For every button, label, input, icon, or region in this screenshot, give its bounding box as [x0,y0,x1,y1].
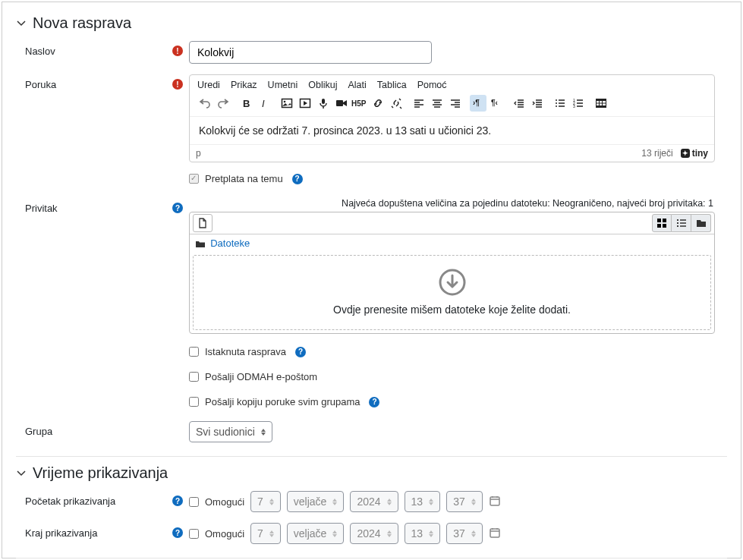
editor-bold-icon[interactable]: B [238,95,254,112]
editor-number-list-icon[interactable]: 123 [570,95,587,112]
required-icon: ! [172,46,183,56]
section-title: Nova rasprava [33,14,131,32]
pocetak-year-select[interactable]: 2024 [350,491,398,512]
required-icon: ! [172,79,183,90]
editor-menu-pomoc[interactable]: Pomoć [417,80,447,90]
editor-mic-icon[interactable] [315,95,332,112]
naslov-input[interactable] [189,41,432,64]
help-icon[interactable]: ? [172,527,183,538]
help-icon[interactable]: ? [295,347,306,357]
label-grupa: Grupa [16,421,168,437]
editor-menu-uredi[interactable]: Uredi [197,80,220,90]
filepicker-view-grid-icon[interactable] [652,214,672,232]
help-icon[interactable]: ? [172,496,183,506]
editor-video-icon[interactable] [333,95,350,112]
editor-menu-prikaz[interactable]: Prikaz [231,80,257,90]
editor-align-left-icon[interactable] [411,95,427,112]
section-title: Vrijeme prikazivanja [33,464,168,482]
editor-align-center-icon[interactable] [429,95,445,112]
help-icon[interactable]: ? [172,203,183,213]
svg-text:›¶: ›¶ [473,99,480,107]
svg-rect-25 [657,224,661,228]
pocetak-month-select[interactable]: veljače [287,491,345,512]
svg-rect-31 [490,497,499,505]
label-istaknuta: Istaknuta rasprava [205,346,286,357]
svg-rect-5 [322,99,325,104]
calendar-icon[interactable] [489,527,501,541]
tiny-logo: ✦tiny [681,148,708,159]
svg-rect-17 [597,101,599,103]
svg-rect-32 [490,529,499,537]
checkbox-pretplata [189,174,199,184]
help-icon[interactable]: ? [369,397,379,407]
kraj-hour-select[interactable]: 13 [405,523,441,544]
label-pretplata: Pretplata na temu [205,173,283,184]
checkbox-kopija[interactable] [189,397,199,407]
svg-rect-23 [657,219,661,222]
pocetak-min-select[interactable]: 37 [446,491,483,512]
editor-italic-icon[interactable]: I [256,95,272,112]
svg-text:¶‹: ¶‹ [491,99,498,107]
editor-undo-icon[interactable] [197,95,213,112]
chevron-down-icon [16,468,27,479]
filepicker-view-list-icon[interactable] [672,214,691,232]
section-toggle-nova-rasprava[interactable]: Nova rasprava [16,14,727,32]
editor-table-icon[interactable] [593,95,609,112]
editor-menu-umetni[interactable]: Umetni [268,80,298,90]
pocetak-hour-select[interactable]: 13 [405,491,441,512]
editor-menubar: Uredi Prikaz Umetni Oblikuj Alati Tablic… [190,75,714,93]
svg-rect-22 [603,104,606,106]
filepicker-path-link[interactable]: Datoteke [210,238,250,249]
chevron-down-icon [16,18,27,29]
grupa-select[interactable]: Svi sudionici [189,421,272,442]
editor-align-right-icon[interactable] [447,95,464,112]
svg-point-12 [556,105,557,107]
checkbox-kraj-enable[interactable] [189,529,199,539]
label-pocetak: Početak prikazivanja [16,491,168,507]
editor-indent-icon[interactable] [529,95,546,112]
editor-h5p-icon[interactable]: H5P [351,95,368,112]
editor-rtl-icon[interactable]: ¶‹ [488,95,505,112]
editor-bullet-list-icon[interactable] [552,95,568,112]
checkbox-istaknuta[interactable] [189,347,199,357]
kraj-month-select[interactable]: veljače [287,523,345,544]
grupa-selected-value: Svi sudionici [196,426,255,438]
kraj-year-select[interactable]: 2024 [350,523,398,544]
editor-path[interactable]: p [196,148,201,159]
kraj-day-select[interactable]: 7 [250,523,281,544]
svg-point-28 [677,222,678,224]
label-enable: Omogući [205,496,244,508]
kraj-min-select[interactable]: 37 [446,523,483,544]
filepicker-add-icon[interactable] [193,214,213,232]
file-picker: Datoteke Ovdje prenesite mišem datoteke … [189,212,715,334]
editor-content[interactable]: Kolokvij će se održati 7. prosinca 2023.… [190,117,714,144]
svg-text:3: 3 [573,104,575,109]
editor-menu-tablica[interactable]: Tablica [377,80,407,90]
svg-rect-26 [663,224,666,228]
editor-unlink-icon[interactable] [388,95,405,112]
label-enable: Omogući [205,528,244,540]
filepicker-view-tree-icon[interactable] [691,214,711,232]
help-icon[interactable]: ? [292,174,303,184]
label-kraj: Kraj prikazivanja [16,523,168,539]
pocetak-day-select[interactable]: 7 [250,491,281,512]
download-arrow-icon [194,268,710,299]
editor-menu-alati[interactable]: Alati [348,80,366,90]
svg-point-10 [556,99,557,101]
svg-rect-2 [282,99,292,108]
checkbox-odmah[interactable] [189,372,199,382]
svg-point-3 [284,101,286,103]
editor-media-icon[interactable] [297,95,313,112]
section-toggle-vrijeme[interactable]: Vrijeme prikazivanja [16,464,727,482]
filepicker-dropzone[interactable]: Ovdje prenesite mišem datoteke koje želi… [193,255,711,330]
checkbox-pocetak-enable[interactable] [189,497,199,507]
calendar-icon[interactable] [489,495,501,509]
rich-text-editor: Uredi Prikaz Umetni Oblikuj Alati Tablic… [189,74,715,162]
label-kopija: Pošalji kopiju poruke svim grupama [205,396,360,407]
editor-link-icon[interactable] [370,95,386,112]
editor-image-icon[interactable] [279,95,295,112]
editor-outdent-icon[interactable] [511,95,527,112]
editor-ltr-icon[interactable]: ›¶ [470,95,486,112]
editor-menu-oblikuj[interactable]: Oblikuj [308,80,337,90]
editor-redo-icon[interactable] [215,95,231,112]
